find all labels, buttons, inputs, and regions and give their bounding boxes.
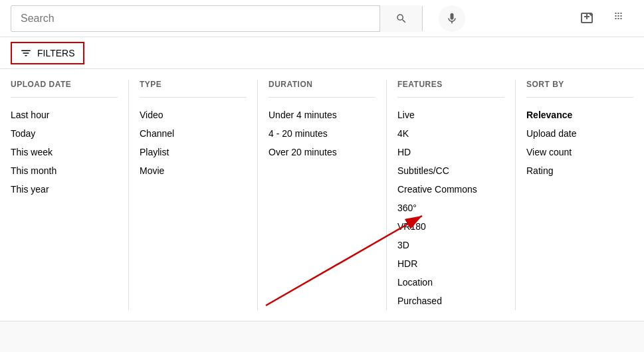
filter-last-hour[interactable]: Last hour — [11, 106, 118, 124]
filter-today[interactable]: Today — [11, 124, 118, 143]
upload-date-column: UPLOAD DATE Last hour Today This week Th… — [0, 80, 129, 310]
filter-movie[interactable]: Movie — [140, 161, 247, 180]
search-bar — [11, 5, 423, 32]
filter-this-week[interactable]: This week — [11, 143, 118, 161]
duration-header: DURATION — [268, 80, 376, 98]
features-column: FEATURES Live 4K HD Subtitles/CC Creativ… — [387, 80, 516, 310]
sort-by-header: SORT BY — [526, 80, 633, 98]
filters-label: FILTERS — [37, 48, 75, 58]
search-input[interactable] — [11, 13, 379, 25]
filter-purchased[interactable]: Purchased — [397, 292, 504, 310]
filters-icon — [20, 47, 32, 59]
header-actions — [575, 3, 633, 33]
filter-3d[interactable]: 3D — [397, 236, 504, 254]
duration-column: DURATION Under 4 minutes 4 - 20 minutes … — [258, 80, 387, 310]
filter-video[interactable]: Video — [140, 106, 247, 124]
sort-relevance[interactable]: Relevance — [526, 106, 633, 124]
filter-playlist[interactable]: Playlist — [140, 143, 247, 161]
features-header: FEATURES — [397, 80, 504, 98]
filter-live[interactable]: Live — [397, 106, 504, 124]
apps-button[interactable] — [607, 3, 633, 33]
filter-channel[interactable]: Channel — [140, 124, 247, 143]
filter-4-20[interactable]: 4 - 20 minutes — [268, 124, 376, 143]
filter-subtitles[interactable]: Subtitles/CC — [397, 161, 504, 180]
search-icon — [395, 13, 407, 25]
add-video-button[interactable] — [575, 3, 601, 33]
sort-rating[interactable]: Rating — [526, 161, 633, 180]
sort-by-column: SORT BY Relevance Upload date View count… — [516, 80, 644, 310]
type-header: TYPE — [140, 80, 247, 98]
filter-hdr[interactable]: HDR — [397, 254, 504, 273]
apps-icon — [612, 9, 628, 25]
filter-location[interactable]: Location — [397, 273, 504, 292]
header — [0, 0, 644, 37]
sort-upload-date[interactable]: Upload date — [526, 124, 633, 143]
filter-creative-commons[interactable]: Creative Commons — [397, 180, 504, 199]
filter-360[interactable]: 360° — [397, 199, 504, 217]
upload-date-header: UPLOAD DATE — [11, 80, 118, 98]
add-video-icon — [580, 9, 596, 25]
filter-vr180[interactable]: VR180 — [397, 217, 504, 236]
filter-this-year[interactable]: This year — [11, 180, 118, 199]
type-column: TYPE Video Channel Playlist Movie — [129, 80, 258, 310]
filter-hd[interactable]: HD — [397, 143, 504, 161]
mic-icon — [445, 12, 459, 25]
search-button[interactable] — [379, 5, 422, 32]
filters-button[interactable]: FILTERS — [11, 42, 84, 64]
filter-4k[interactable]: 4K — [397, 124, 504, 143]
filter-over-20[interactable]: Over 20 minutes — [268, 143, 376, 161]
filters-bar: FILTERS — [0, 37, 644, 69]
microphone-button[interactable] — [439, 5, 465, 32]
filter-panel: UPLOAD DATE Last hour Today This week Th… — [0, 69, 644, 321]
sort-view-count[interactable]: View count — [526, 143, 633, 161]
filter-this-month[interactable]: This month — [11, 161, 118, 180]
filter-under-4[interactable]: Under 4 minutes — [268, 106, 376, 124]
